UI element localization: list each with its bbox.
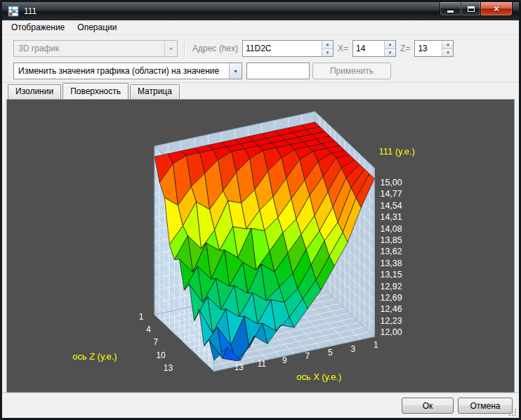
svg-text:1: 1 — [374, 340, 378, 350]
toolbar: 3D график ▼ Адрес (hex) ▲ ▼ X= ▲ ▼ Z= — [2, 35, 519, 83]
maximize-icon — [468, 6, 475, 12]
minimize-button[interactable] — [440, 2, 461, 16]
menu-operations[interactable]: Операции — [71, 21, 123, 34]
svg-text:12,00: 12,00 — [381, 327, 402, 337]
svg-text:ось Z (у.е.): ось Z (у.е.) — [72, 351, 117, 362]
menu-display[interactable]: Отображение — [5, 21, 71, 34]
svg-text:13,38: 13,38 — [381, 258, 402, 268]
tab-isolines[interactable]: Изолинии — [8, 84, 61, 99]
svg-text:13,15: 13,15 — [381, 270, 402, 280]
surface-3d-chart: 1471013131197531ось Z (у.е.)ось X (у.е.)… — [7, 100, 514, 392]
chevron-down-icon: ▼ — [229, 63, 242, 79]
svg-text:13,62: 13,62 — [381, 247, 402, 256]
app-icon — [8, 6, 19, 17]
menubar: Отображение Операции — [2, 20, 519, 35]
x-spinner[interactable]: ▲ ▼ — [384, 41, 395, 56]
svg-text:12,46: 12,46 — [381, 304, 402, 314]
z-label: Z= — [400, 44, 410, 53]
close-button[interactable]: × — [481, 2, 513, 16]
resize-grip[interactable] — [508, 407, 517, 416]
svg-text:7: 7 — [154, 337, 159, 347]
svg-text:12,23: 12,23 — [381, 316, 402, 326]
address-spinner[interactable]: ▲ ▼ — [322, 41, 333, 56]
chevron-down-icon: ▼ — [164, 41, 177, 56]
cancel-button[interactable]: Отмена — [458, 398, 513, 414]
spin-up-icon[interactable]: ▲ — [385, 41, 395, 48]
svg-text:14,08: 14,08 — [381, 224, 402, 234]
ok-button[interactable]: Ок — [402, 398, 454, 414]
x-field[interactable] — [353, 41, 384, 56]
svg-text:13: 13 — [164, 363, 173, 373]
address-label: Адрес (hex) — [192, 44, 238, 53]
svg-text:111 (у.е.): 111 (у.е.) — [379, 146, 415, 157]
svg-text:14,31: 14,31 — [381, 212, 402, 222]
svg-text:10: 10 — [156, 350, 166, 360]
svg-text:14,54: 14,54 — [381, 201, 402, 211]
operation-select[interactable]: Изменить значения графика (области) на з… — [13, 63, 242, 79]
spin-up-icon[interactable]: ▲ — [442, 41, 453, 48]
titlebar[interactable]: 111 × — [2, 2, 519, 20]
toolbar-separator — [184, 40, 185, 57]
z-spinner[interactable]: ▲ ▼ — [442, 41, 453, 56]
address-input[interactable]: ▲ ▼ — [242, 40, 334, 57]
window-title: 111 — [24, 6, 37, 16]
app-window: 111 × Отображение Операции 3D график ▼ А… — [0, 0, 521, 420]
svg-text:1: 1 — [139, 312, 144, 322]
svg-text:14,77: 14,77 — [381, 189, 402, 199]
window-controls: × — [440, 2, 513, 16]
svg-text:15,00: 15,00 — [381, 178, 402, 188]
x-input[interactable]: ▲ ▼ — [352, 40, 396, 57]
minimize-icon — [447, 11, 454, 13]
svg-text:3: 3 — [351, 344, 356, 354]
address-field[interactable] — [243, 41, 322, 56]
maximize-button[interactable] — [461, 2, 481, 16]
chart-panel: 1471013131197531ось Z (у.е.)ось X (у.е.)… — [6, 99, 515, 393]
tab-surface[interactable]: Поверхность — [62, 83, 128, 99]
tab-strip: Изолинии Поверхность Матрица — [2, 83, 519, 99]
svg-text:11: 11 — [258, 359, 267, 369]
svg-text:12,69: 12,69 — [381, 293, 402, 303]
close-icon: × — [494, 4, 499, 14]
footer: Ок Отмена — [2, 393, 519, 419]
spin-down-icon[interactable]: ▼ — [385, 48, 395, 57]
spin-up-icon[interactable]: ▲ — [322, 41, 333, 48]
z-input[interactable]: ▲ ▼ — [414, 40, 454, 57]
value-input[interactable] — [246, 63, 310, 79]
z-field[interactable] — [415, 41, 442, 56]
legend: 111 (у.е.)15,0014,7714,5414,3114,0813,85… — [379, 146, 415, 337]
svg-text:9: 9 — [282, 355, 287, 365]
svg-text:12,92: 12,92 — [381, 282, 402, 291]
svg-text:13,85: 13,85 — [381, 235, 402, 245]
operation-value: Изменить значения графика (области) на з… — [14, 66, 229, 76]
graph-type-value: 3D график — [14, 44, 164, 53]
spin-down-icon[interactable]: ▼ — [442, 48, 453, 57]
svg-text:ось X (у.е.): ось X (у.е.) — [296, 372, 341, 382]
x-label: X= — [338, 44, 348, 53]
svg-text:4: 4 — [146, 324, 151, 334]
tab-matrix[interactable]: Матрица — [130, 84, 180, 99]
svg-text:5: 5 — [328, 348, 333, 357]
spin-down-icon[interactable]: ▼ — [322, 48, 333, 57]
svg-text:7: 7 — [305, 351, 310, 361]
graph-type-select[interactable]: 3D график ▼ — [13, 40, 178, 57]
apply-button[interactable]: Применить — [312, 63, 391, 79]
svg-text:13: 13 — [235, 362, 244, 372]
